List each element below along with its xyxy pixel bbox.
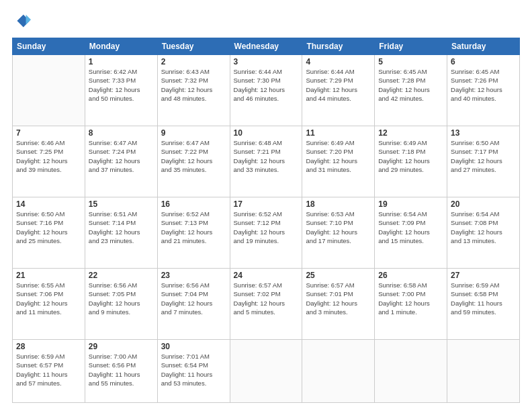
day-cell: 6Sunrise: 6:45 AM Sunset: 7:26 PM Daylig… — [447, 55, 520, 126]
col-header-wednesday: Wednesday — [230, 38, 302, 55]
day-info: Sunrise: 6:53 AM Sunset: 7:10 PM Dayligh… — [306, 210, 371, 245]
day-cell: 13Sunrise: 6:50 AM Sunset: 7:17 PM Dayli… — [447, 126, 520, 197]
day-cell: 20Sunrise: 6:54 AM Sunset: 7:08 PM Dayli… — [447, 197, 520, 269]
day-cell: 2Sunrise: 6:43 AM Sunset: 7:32 PM Daylig… — [157, 55, 230, 126]
day-info: Sunrise: 6:59 AM Sunset: 6:57 PM Dayligh… — [16, 352, 81, 387]
day-number: 15 — [89, 199, 154, 209]
day-number: 13 — [451, 128, 516, 138]
day-cell: 1Sunrise: 6:42 AM Sunset: 7:33 PM Daylig… — [85, 55, 157, 126]
day-cell: 14Sunrise: 6:50 AM Sunset: 7:16 PM Dayli… — [13, 197, 85, 269]
day-number: 8 — [89, 128, 154, 138]
day-number: 22 — [89, 271, 154, 280]
day-info: Sunrise: 6:56 AM Sunset: 7:05 PM Dayligh… — [89, 281, 154, 316]
day-number: 27 — [451, 271, 516, 280]
day-number: 23 — [161, 271, 226, 280]
week-row-2: 7Sunrise: 6:46 AM Sunset: 7:25 PM Daylig… — [13, 126, 520, 197]
day-cell: 30Sunrise: 7:01 AM Sunset: 6:54 PM Dayli… — [157, 340, 230, 403]
day-cell: 25Sunrise: 6:57 AM Sunset: 7:01 PM Dayli… — [302, 269, 375, 340]
day-number: 1 — [89, 57, 154, 66]
day-info: Sunrise: 7:01 AM Sunset: 6:54 PM Dayligh… — [161, 352, 226, 387]
day-info: Sunrise: 6:59 AM Sunset: 6:58 PM Dayligh… — [451, 281, 516, 316]
day-number: 26 — [378, 271, 443, 280]
day-number: 10 — [234, 128, 299, 138]
week-row-3: 14Sunrise: 6:50 AM Sunset: 7:16 PM Dayli… — [13, 197, 520, 269]
day-number: 24 — [234, 271, 299, 280]
day-number: 25 — [306, 271, 371, 280]
col-header-saturday: Saturday — [447, 38, 520, 55]
day-cell: 18Sunrise: 6:53 AM Sunset: 7:10 PM Dayli… — [302, 197, 375, 269]
day-cell: 15Sunrise: 6:51 AM Sunset: 7:14 PM Dayli… — [85, 197, 157, 269]
day-cell: 19Sunrise: 6:54 AM Sunset: 7:09 PM Dayli… — [375, 197, 447, 269]
day-cell: 4Sunrise: 6:44 AM Sunset: 7:29 PM Daylig… — [302, 55, 375, 126]
day-cell: 11Sunrise: 6:49 AM Sunset: 7:20 PM Dayli… — [302, 126, 375, 197]
col-header-tuesday: Tuesday — [157, 38, 230, 55]
day-cell: 22Sunrise: 6:56 AM Sunset: 7:05 PM Dayli… — [85, 269, 157, 340]
day-cell: 9Sunrise: 6:47 AM Sunset: 7:22 PM Daylig… — [157, 126, 230, 197]
day-number: 5 — [378, 57, 443, 66]
day-info: Sunrise: 6:49 AM Sunset: 7:18 PM Dayligh… — [378, 138, 443, 174]
col-header-monday: Monday — [85, 38, 157, 55]
day-number: 2 — [161, 57, 226, 66]
day-cell: 27Sunrise: 6:59 AM Sunset: 6:58 PM Dayli… — [447, 269, 520, 340]
col-header-thursday: Thursday — [302, 38, 375, 55]
day-number: 20 — [451, 199, 516, 209]
day-info: Sunrise: 6:52 AM Sunset: 7:12 PM Dayligh… — [234, 210, 299, 245]
day-info: Sunrise: 6:48 AM Sunset: 7:21 PM Dayligh… — [234, 138, 299, 174]
day-number: 6 — [451, 57, 516, 66]
day-number: 4 — [306, 57, 371, 66]
day-number: 21 — [16, 271, 81, 280]
day-info: Sunrise: 6:56 AM Sunset: 7:04 PM Dayligh… — [161, 281, 226, 316]
day-info: Sunrise: 6:47 AM Sunset: 7:24 PM Dayligh… — [89, 138, 154, 174]
day-info: Sunrise: 6:54 AM Sunset: 7:08 PM Dayligh… — [451, 210, 516, 245]
day-cell: 17Sunrise: 6:52 AM Sunset: 7:12 PM Dayli… — [230, 197, 302, 269]
day-info: Sunrise: 6:54 AM Sunset: 7:09 PM Dayligh… — [378, 210, 443, 245]
day-info: Sunrise: 6:43 AM Sunset: 7:32 PM Dayligh… — [161, 67, 226, 103]
week-row-1: 1Sunrise: 6:42 AM Sunset: 7:33 PM Daylig… — [13, 55, 520, 126]
day-info: Sunrise: 6:45 AM Sunset: 7:28 PM Dayligh… — [378, 67, 443, 103]
day-number: 12 — [378, 128, 443, 138]
day-cell — [230, 340, 302, 403]
day-cell: 21Sunrise: 6:55 AM Sunset: 7:06 PM Dayli… — [13, 269, 85, 340]
day-info: Sunrise: 6:44 AM Sunset: 7:29 PM Dayligh… — [306, 67, 371, 103]
day-info: Sunrise: 6:47 AM Sunset: 7:22 PM Dayligh… — [161, 138, 226, 174]
day-info: Sunrise: 6:55 AM Sunset: 7:06 PM Dayligh… — [16, 281, 81, 316]
day-cell: 28Sunrise: 6:59 AM Sunset: 6:57 PM Dayli… — [13, 340, 85, 403]
day-number: 3 — [234, 57, 299, 66]
day-info: Sunrise: 6:58 AM Sunset: 7:00 PM Dayligh… — [378, 281, 443, 316]
col-header-sunday: Sunday — [13, 38, 85, 55]
day-cell: 5Sunrise: 6:45 AM Sunset: 7:28 PM Daylig… — [375, 55, 447, 126]
week-row-4: 21Sunrise: 6:55 AM Sunset: 7:06 PM Dayli… — [13, 269, 520, 340]
day-cell: 3Sunrise: 6:44 AM Sunset: 7:30 PM Daylig… — [230, 55, 302, 126]
day-info: Sunrise: 6:42 AM Sunset: 7:33 PM Dayligh… — [89, 67, 154, 103]
day-info: Sunrise: 6:57 AM Sunset: 7:02 PM Dayligh… — [234, 281, 299, 316]
col-header-friday: Friday — [375, 38, 447, 55]
day-info: Sunrise: 6:57 AM Sunset: 7:01 PM Dayligh… — [306, 281, 371, 316]
day-number: 9 — [161, 128, 226, 138]
day-cell — [375, 340, 447, 403]
day-number: 29 — [89, 342, 154, 351]
day-info: Sunrise: 6:44 AM Sunset: 7:30 PM Dayligh… — [234, 67, 299, 103]
day-info: Sunrise: 6:50 AM Sunset: 7:16 PM Dayligh… — [16, 210, 81, 245]
day-info: Sunrise: 6:52 AM Sunset: 7:13 PM Dayligh… — [161, 210, 226, 245]
day-number: 7 — [16, 128, 81, 138]
day-info: Sunrise: 6:51 AM Sunset: 7:14 PM Dayligh… — [89, 210, 154, 245]
svg-marker-1 — [26, 15, 31, 25]
day-info: Sunrise: 7:00 AM Sunset: 6:56 PM Dayligh… — [89, 352, 154, 387]
day-cell — [13, 55, 85, 126]
day-number: 11 — [306, 128, 371, 138]
day-cell: 29Sunrise: 7:00 AM Sunset: 6:56 PM Dayli… — [85, 340, 157, 403]
day-cell: 24Sunrise: 6:57 AM Sunset: 7:02 PM Dayli… — [230, 269, 302, 340]
day-number: 16 — [161, 199, 226, 209]
day-number: 19 — [378, 199, 443, 209]
day-number: 30 — [161, 342, 226, 351]
day-cell — [447, 340, 520, 403]
day-number: 18 — [306, 199, 371, 209]
page: SundayMondayTuesdayWednesdayThursdayFrid… — [0, 0, 532, 411]
day-info: Sunrise: 6:45 AM Sunset: 7:26 PM Dayligh… — [451, 67, 516, 103]
day-number: 14 — [16, 199, 81, 209]
calendar-table: SundayMondayTuesdayWednesdayThursdayFrid… — [12, 38, 520, 403]
day-number: 28 — [16, 342, 81, 351]
header-row: SundayMondayTuesdayWednesdayThursdayFrid… — [13, 38, 520, 55]
day-cell: 10Sunrise: 6:48 AM Sunset: 7:21 PM Dayli… — [230, 126, 302, 197]
day-cell: 26Sunrise: 6:58 AM Sunset: 7:00 PM Dayli… — [375, 269, 447, 340]
